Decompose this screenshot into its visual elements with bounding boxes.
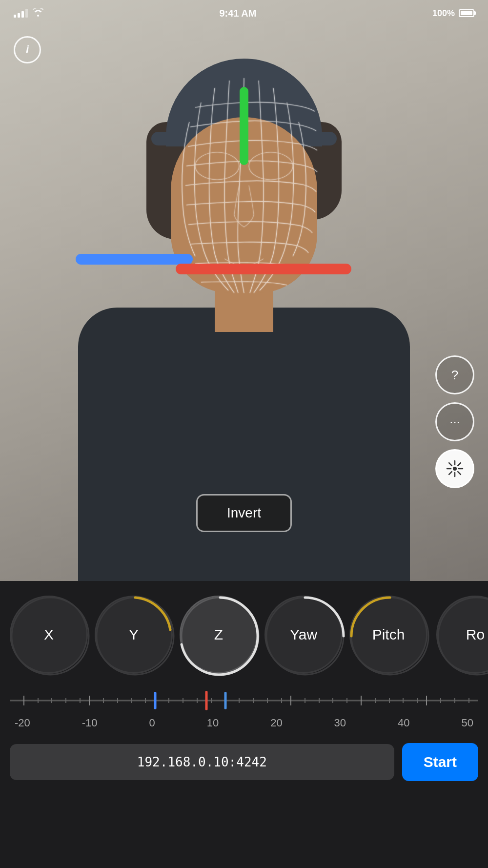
slider-area[interactable]: -20 -10 0 10 20 30 40 50: [0, 683, 488, 729]
invert-button[interactable]: Invert: [196, 494, 292, 532]
help-icon: ?: [451, 368, 458, 383]
dial-pitch[interactable]: Pitch: [349, 596, 427, 674]
svg-line-8: [458, 472, 461, 475]
scale-label-minus20: -20: [15, 717, 30, 729]
ip-address-field[interactable]: 192.168.0.10:4242: [10, 744, 394, 780]
svg-point-12: [97, 598, 174, 675]
dial-z[interactable]: Z: [180, 596, 258, 674]
svg-line-7: [449, 463, 452, 466]
status-right: 100%: [432, 8, 474, 19]
svg-point-11: [12, 598, 89, 675]
bottom-panel: X Y Z Yaw: [0, 581, 488, 868]
slider-indicator-blue: [154, 692, 156, 709]
dial-y[interactable]: Y: [95, 596, 173, 674]
bottom-actions: 192.168.0.10:4242 Start: [0, 729, 488, 791]
ticks: [10, 688, 478, 713]
battery-percent: 100%: [432, 8, 455, 19]
more-icon: ···: [449, 414, 460, 430]
svg-point-0: [195, 152, 239, 180]
signal-icon: [14, 9, 28, 18]
status-left: [14, 8, 43, 19]
axis-green: [240, 87, 248, 165]
wifi-icon: [33, 8, 43, 19]
scale-label-minus10: -10: [82, 717, 98, 729]
info-button[interactable]: i: [14, 36, 41, 63]
svg-line-9: [458, 463, 461, 466]
start-label: Start: [424, 754, 457, 770]
slider-indicator-red: [205, 691, 208, 710]
axis-red: [176, 264, 351, 274]
status-bar: 9:41 AM 100%: [0, 0, 488, 26]
scale-label-10: 10: [207, 717, 219, 729]
settings-button[interactable]: [435, 449, 474, 488]
camera-view: i ? ··· Invert: [0, 0, 488, 581]
scale-label-20: 20: [270, 717, 282, 729]
help-button[interactable]: ?: [435, 355, 474, 394]
invert-label: Invert: [227, 505, 261, 520]
svg-line-10: [449, 472, 452, 475]
body-silhouette: [78, 308, 410, 581]
scale-label-30: 30: [334, 717, 346, 729]
scale-labels: -20 -10 0 10 20 30 40 50: [10, 713, 478, 729]
battery-icon: [459, 9, 474, 17]
start-button[interactable]: Start: [402, 743, 478, 781]
scale-label-40: 40: [398, 717, 409, 729]
more-button[interactable]: ···: [435, 402, 474, 441]
slider-indicator-current: [224, 692, 226, 709]
right-buttons: ? ···: [435, 355, 474, 488]
scale-label-0: 0: [149, 717, 155, 729]
dial-x[interactable]: X: [10, 596, 88, 674]
ip-address-value: 192.168.0.10:4242: [137, 755, 267, 769]
settings-icon: [446, 460, 464, 477]
svg-point-16: [438, 598, 488, 675]
axis-blue: [76, 254, 193, 265]
scale-label-50: 50: [461, 717, 473, 729]
dial-roll[interactable]: Ro: [436, 596, 488, 674]
svg-point-2: [453, 467, 457, 471]
info-icon: i: [26, 43, 29, 56]
dials-row: X Y Z Yaw: [0, 581, 488, 683]
slider-track[interactable]: [10, 688, 478, 713]
svg-point-1: [249, 152, 293, 180]
dial-yaw[interactable]: Yaw: [264, 596, 343, 674]
status-time: 9:41 AM: [220, 8, 257, 19]
